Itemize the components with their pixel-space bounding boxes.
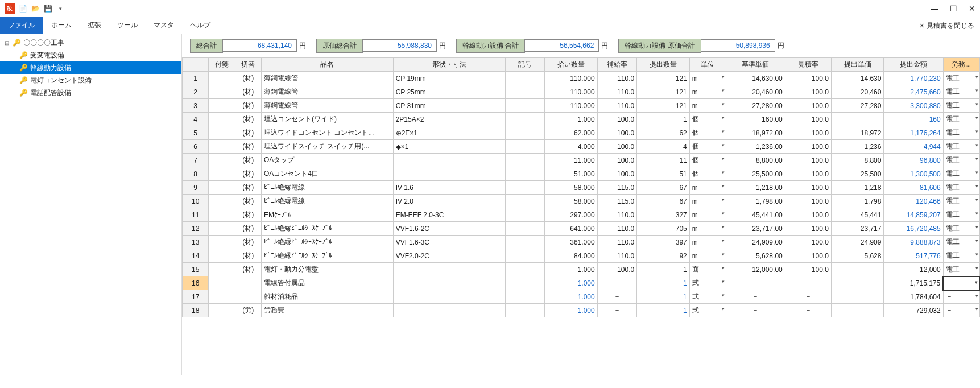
cell-bprice[interactable]: 1,798.00 xyxy=(726,195,785,208)
cell-shape[interactable]: ⊕2E×1 xyxy=(393,126,505,140)
cell-rate[interactable]: － xyxy=(597,276,636,290)
cell-bprice[interactable]: 1,218.00 xyxy=(726,181,785,195)
table-row[interactable]: 17雑材消耗品1.000－1式－－1,784,604－ xyxy=(183,290,980,304)
minimize-button[interactable]: — xyxy=(931,4,938,13)
cell-name[interactable]: OAコンセント4口 xyxy=(261,167,393,181)
tree-root[interactable]: ⊟ 🔑 〇〇〇〇工事 xyxy=(0,36,181,49)
table-row[interactable]: 14(材)ﾋﾞﾆﾙ絶縁ﾋﾞﾆﾙｼｰｽｹｰﾌﾞﾙVVF2.0-2C84.00011… xyxy=(183,249,980,263)
col-rate[interactable]: 補給率 xyxy=(597,58,636,72)
table-row[interactable]: 12(材)ﾋﾞﾆﾙ絶縁ﾋﾞﾆﾙｼｰｽｹｰﾌﾞﾙVVF1.6-2C641.0001… xyxy=(183,222,980,236)
cell-qty[interactable]: 297.000 xyxy=(545,208,598,222)
cell-rate[interactable]: 110.0 xyxy=(597,249,636,263)
cell-symbol[interactable] xyxy=(505,249,544,263)
cell-qty[interactable]: 4.000 xyxy=(545,140,598,154)
cell-symbol[interactable] xyxy=(505,181,544,195)
cell-switch[interactable]: (材) xyxy=(235,167,261,181)
cell-shape[interactable]: EM-EEF 2.0-3C xyxy=(393,208,505,222)
menu-help[interactable]: ヘルプ xyxy=(182,17,218,34)
cell-rate[interactable]: 100.0 xyxy=(597,154,636,167)
cell-unit[interactable]: 個 xyxy=(689,113,726,126)
table-row[interactable]: 11(材)EMｹｰﾌﾞﾙEM-EEF 2.0-3C297.000110.0327… xyxy=(183,208,980,222)
cell-name[interactable]: 労務費 xyxy=(261,304,393,317)
cell-tag[interactable] xyxy=(209,222,235,236)
cell-rate[interactable]: 115.0 xyxy=(597,195,636,208)
cell-erate[interactable]: 100.0 xyxy=(785,113,831,126)
cell-qty[interactable]: 110.000 xyxy=(545,85,598,99)
cell-unit[interactable]: m xyxy=(689,236,726,249)
cell-qty[interactable]: 58.000 xyxy=(545,181,598,195)
cell-labor[interactable]: 電工 xyxy=(943,208,979,222)
cell-switch[interactable]: (材) xyxy=(235,249,261,263)
cell-name[interactable]: 雑材消耗品 xyxy=(261,290,393,304)
col-name[interactable]: 品名 xyxy=(261,58,393,72)
cell-bprice[interactable]: 5,628.00 xyxy=(726,249,785,263)
cell-rate[interactable]: 100.0 xyxy=(597,140,636,154)
cell-sprice[interactable]: 8,800 xyxy=(831,154,884,167)
cell-sprice[interactable]: 1,798 xyxy=(831,195,884,208)
row-number[interactable]: 18 xyxy=(183,304,209,317)
cell-labor[interactable]: 電工 xyxy=(943,154,979,167)
cell-shape[interactable] xyxy=(393,276,505,290)
cell-name[interactable]: ﾋﾞﾆﾙ絶縁ﾋﾞﾆﾙｼｰｽｹｰﾌﾞﾙ xyxy=(261,249,393,263)
cell-symbol[interactable] xyxy=(505,263,544,276)
cell-sqty[interactable]: 11 xyxy=(637,154,690,167)
cell-switch[interactable] xyxy=(235,276,261,290)
cell-qty[interactable]: 58.000 xyxy=(545,195,598,208)
cell-shape[interactable]: IV 1.6 xyxy=(393,181,505,195)
row-number[interactable]: 3 xyxy=(183,99,209,113)
cell-name[interactable]: 埋込ワイドスイッチ スイッチ用(... xyxy=(261,140,393,154)
cell-unit[interactable]: m xyxy=(689,249,726,263)
cell-name[interactable]: 埋込ワイドコンセント コンセント... xyxy=(261,126,393,140)
cell-switch[interactable]: (材) xyxy=(235,85,261,99)
cell-bprice[interactable]: 12,000.00 xyxy=(726,263,785,276)
cell-switch[interactable]: (材) xyxy=(235,140,261,154)
cell-sqty[interactable]: 51 xyxy=(637,167,690,181)
cell-sprice[interactable]: 5,628 xyxy=(831,249,884,263)
cell-shape[interactable]: VVF1.6-3C xyxy=(393,236,505,249)
col-switch[interactable]: 切替 xyxy=(235,58,261,72)
table-row[interactable]: 16電線管付属品1.000－1式－－1,715,175－ xyxy=(183,276,980,290)
menu-ext[interactable]: 拡張 xyxy=(80,17,109,34)
cell-switch[interactable]: (材) xyxy=(235,113,261,126)
cell-amount[interactable]: 1,784,604 xyxy=(884,290,943,304)
cell-tag[interactable] xyxy=(209,154,235,167)
cell-sprice[interactable] xyxy=(831,113,884,126)
cell-erate[interactable]: 100.0 xyxy=(785,140,831,154)
cell-rate[interactable]: 115.0 xyxy=(597,181,636,195)
col-erate[interactable]: 見積率 xyxy=(785,58,831,72)
cell-sqty[interactable]: 1 xyxy=(637,263,690,276)
cell-switch[interactable] xyxy=(235,290,261,304)
cell-shape[interactable]: CP 19mm xyxy=(393,72,505,85)
cell-symbol[interactable] xyxy=(505,290,544,304)
row-number[interactable]: 6 xyxy=(183,140,209,154)
col-rownum[interactable] xyxy=(183,58,209,72)
cell-tag[interactable] xyxy=(209,195,235,208)
cell-rate[interactable]: 100.0 xyxy=(597,113,636,126)
cell-rate[interactable]: 110.0 xyxy=(597,208,636,222)
cell-switch[interactable]: (材) xyxy=(235,126,261,140)
estimate-grid[interactable]: 付箋 切替 品名 形状・寸法 記号 拾い数量 補給率 提出数量 単位 基準単価 … xyxy=(182,57,980,317)
cell-erate[interactable]: － xyxy=(785,290,831,304)
cell-amount[interactable]: 14,859,207 xyxy=(884,208,943,222)
cell-erate[interactable]: 100.0 xyxy=(785,126,831,140)
cell-name[interactable]: 埋込コンセント(ワイド) xyxy=(261,113,393,126)
cell-switch[interactable]: (材) xyxy=(235,208,261,222)
cell-symbol[interactable] xyxy=(505,72,544,85)
cell-symbol[interactable] xyxy=(505,99,544,113)
row-number[interactable]: 12 xyxy=(183,222,209,236)
cell-symbol[interactable] xyxy=(505,304,544,317)
cell-bprice[interactable]: 45,441.00 xyxy=(726,208,785,222)
cell-switch[interactable]: (材) xyxy=(235,99,261,113)
cell-sprice[interactable]: 18,972 xyxy=(831,126,884,140)
cell-labor[interactable]: － xyxy=(943,304,979,317)
cell-erate[interactable]: － xyxy=(785,304,831,317)
cell-qty[interactable]: 1.000 xyxy=(545,290,598,304)
row-number[interactable]: 4 xyxy=(183,113,209,126)
cell-unit[interactable]: m xyxy=(689,99,726,113)
table-row[interactable]: 7(材)OAタップ11.000100.011個8,800.00100.08,80… xyxy=(183,154,980,167)
save-icon[interactable]: 💾 xyxy=(43,4,52,13)
cell-rate[interactable]: － xyxy=(597,304,636,317)
cell-amount[interactable]: 2,475,660 xyxy=(884,85,943,99)
cell-sprice[interactable]: 45,441 xyxy=(831,208,884,222)
cell-rate[interactable]: 100.0 xyxy=(597,126,636,140)
